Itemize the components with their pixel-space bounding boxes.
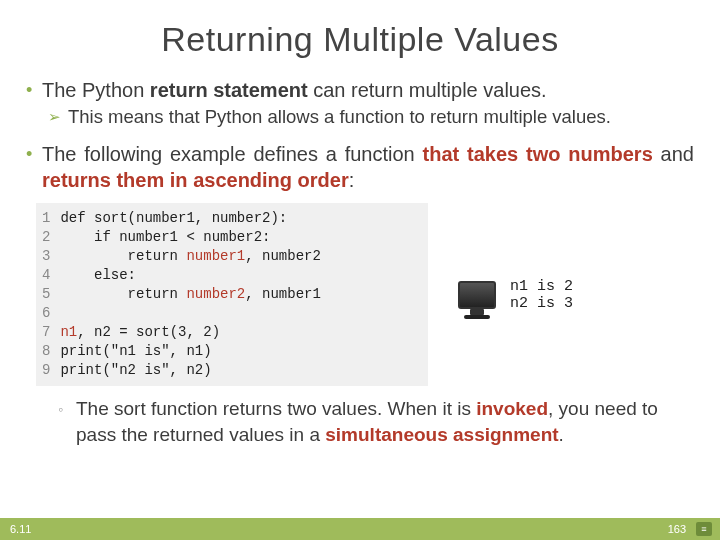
closing-bullet: ◦ The sort function returns two values. … [58,396,662,448]
slide-title: Returning Multiple Values [0,0,720,77]
monitor-icon [458,281,496,309]
slide-footer: 6.11 163 ≡ [0,518,720,540]
bullet-2: • The following example defines a functi… [26,141,694,193]
code-block: 1 2 3 4 5 6 7 8 9 def sort(number1, numb… [36,203,428,386]
slide-body: • The Python return statement can return… [0,77,720,448]
output-text: n1 is 2 n2 is 3 [510,278,573,312]
ring-marker: ◦ [58,396,76,422]
footer-section: 6.11 [10,523,31,535]
bullet-marker: • [26,141,42,167]
bullet-2-text: The following example defines a function… [42,141,694,193]
code-body: def sort(number1, number2): if number1 <… [60,209,320,380]
sub-bullet-1: ➢ This means that Python allows a functi… [48,105,694,129]
code-example-row: 1 2 3 4 5 6 7 8 9 def sort(number1, numb… [36,203,694,386]
closing-text: The sort function returns two values. Wh… [76,396,662,448]
bullet-1-text: The Python return statement can return m… [42,77,547,103]
bullet-1: • The Python return statement can return… [26,77,694,103]
sub-bullet-1-text: This means that Python allows a function… [68,105,611,129]
footer-page-number: 163 [668,523,686,535]
bullet-marker: • [26,77,42,103]
arrow-icon: ➢ [48,105,68,129]
line-numbers: 1 2 3 4 5 6 7 8 9 [42,209,60,380]
output-block: n1 is 2 n2 is 3 [458,278,573,312]
footer-badge-icon: ≡ [696,522,712,536]
